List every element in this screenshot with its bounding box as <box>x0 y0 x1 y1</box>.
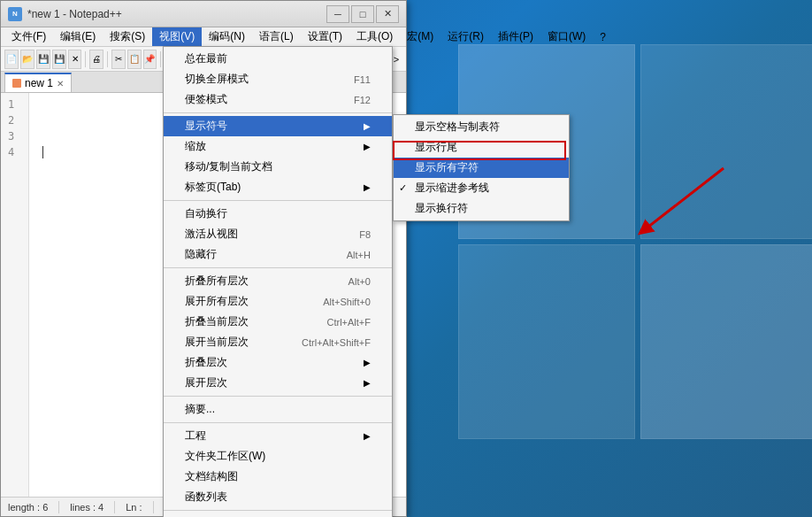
menu-view-tab[interactable]: 标签页(Tab) ▶ <box>164 177 392 197</box>
menu-symbol-show-indent[interactable]: ✓ 显示缩进参考线 <box>394 178 569 198</box>
menu-file[interactable]: 文件(F) <box>4 27 53 46</box>
menu-symbol-show-all[interactable]: 显示所有字符 <box>394 158 569 178</box>
toolbar-open[interactable]: 📂 <box>20 50 34 69</box>
arrow-indicator <box>626 159 732 266</box>
title-buttons: ─ □ ✕ <box>326 5 399 23</box>
menu-view-fullscreen[interactable]: 切换全屏模式 F11 <box>164 69 392 89</box>
menu-encode[interactable]: 编码(N) <box>202 27 252 46</box>
toolbar-paste[interactable]: 📌 <box>143 50 157 69</box>
window-title: *new 1 - Notepad++ <box>27 8 326 20</box>
menu-sep1 <box>164 112 392 113</box>
line-num-1: 1 <box>8 96 25 112</box>
menu-plugins[interactable]: 插件(P) <box>491 27 540 46</box>
status-lines: lines : 4 <box>70 502 103 513</box>
tile-3 <box>458 244 635 439</box>
tab-close-btn[interactable]: ✕ <box>57 79 64 89</box>
tab-icon <box>12 79 21 88</box>
menu-view-symbol[interactable]: 显示符号 ▶ <box>164 116 392 136</box>
notepad-window: N *new 1 - Notepad++ ─ □ ✕ 文件(F) 编辑(E) 搜… <box>0 0 407 517</box>
menu-view-unfold-current[interactable]: 展开当前层次 Ctrl+Alt+Shift+F <box>164 332 392 352</box>
line-num-3: 3 <box>8 128 25 144</box>
checkmark-icon: ✓ <box>399 182 407 194</box>
status-sep1 <box>58 501 59 513</box>
menu-run[interactable]: 运行(R) <box>440 27 491 46</box>
menu-view[interactable]: 视图(V) <box>152 27 202 46</box>
menu-view-doc-map[interactable]: 文档结构图 <box>164 467 392 487</box>
line-num-2: 2 <box>8 112 25 128</box>
menu-view-fold-level[interactable]: 折叠层次 ▶ <box>164 352 392 373</box>
menu-view-folder-workspace[interactable]: 文件夹工作区(W) <box>164 446 392 467</box>
app-icon: N <box>8 7 22 21</box>
menu-sep2 <box>164 200 392 201</box>
tab-label: new 1 <box>25 77 53 89</box>
status-ln: Ln : <box>126 502 142 513</box>
menu-sep5 <box>164 422 392 423</box>
toolbar-saveall[interactable]: 💾 <box>52 50 66 69</box>
menu-bar: 文件(F) 编辑(E) 搜索(S) 视图(V) 编码(N) 语言(L) 设置(T… <box>1 27 406 47</box>
menu-view-summary[interactable]: 摘要... <box>164 399 392 420</box>
menu-help[interactable]: ? <box>593 29 613 45</box>
status-sep2 <box>114 501 115 513</box>
toolbar-close[interactable]: ✕ <box>68 50 82 69</box>
tile-4 <box>640 244 812 439</box>
menu-view-notepad-mode[interactable]: 便签模式 F12 <box>164 89 392 110</box>
menu-symbol-show-eol[interactable]: 显示行尾 <box>394 137 569 158</box>
menu-view-func-list[interactable]: 函数列表 <box>164 487 392 507</box>
menu-sep4 <box>164 396 392 397</box>
menu-sep3 <box>164 267 392 268</box>
close-button[interactable]: ✕ <box>376 5 399 23</box>
minimize-button[interactable]: ─ <box>326 5 349 23</box>
menu-view-hide-lines[interactable]: 隐藏行 Alt+H <box>164 244 392 265</box>
toolbar-sep3 <box>160 51 161 67</box>
title-bar: N *new 1 - Notepad++ ─ □ ✕ <box>1 1 406 27</box>
toolbar-sep2 <box>107 51 108 67</box>
menu-search[interactable]: 搜索(S) <box>103 27 152 46</box>
toolbar-save[interactable]: 💾 <box>36 50 50 69</box>
menu-settings[interactable]: 设置(T) <box>301 27 349 46</box>
menu-view-project[interactable]: 工程 ▶ <box>164 426 392 446</box>
status-length: length : 6 <box>8 502 48 513</box>
toolbar-print[interactable]: 🖨 <box>89 50 103 69</box>
menu-view-unfold-all[interactable]: 展开所有层次 Alt+Shift+0 <box>164 291 392 312</box>
svg-line-1 <box>644 168 724 230</box>
symbol-submenu-dropdown: 显示空格与制表符 显示行尾 显示所有字符 ✓ 显示缩进参考线 显示换行符 <box>393 114 570 221</box>
toolbar-cut[interactable]: ✂ <box>111 50 126 69</box>
menu-language[interactable]: 语言(L) <box>252 27 301 46</box>
menu-view-topmost[interactable]: 总在最前 <box>164 49 392 69</box>
menu-window[interactable]: 窗口(W) <box>540 27 593 46</box>
menu-symbol-show-spaces[interactable]: 显示空格与制表符 <box>394 117 569 137</box>
menu-macro[interactable]: 宏(M) <box>400 27 440 46</box>
menu-sep6 <box>164 510 392 511</box>
menu-view-clone[interactable]: 激活从视图 F8 <box>164 224 392 244</box>
menu-view-wordwrap[interactable]: 自动换行 <box>164 204 392 224</box>
toolbar-copy[interactable]: 📋 <box>127 50 142 69</box>
toolbar-sep1 <box>85 51 86 67</box>
tab-new1[interactable]: new 1 ✕ <box>4 73 72 92</box>
menu-view-fold-all[interactable]: 折叠所有层次 Alt+0 <box>164 271 392 291</box>
menu-view-fold-current[interactable]: 折叠当前层次 Ctrl+Alt+F <box>164 312 392 332</box>
line-num-4: 4 <box>8 144 25 160</box>
maximize-button[interactable]: □ <box>351 5 374 23</box>
line-numbers: 1 2 3 4 <box>1 93 29 498</box>
view-menu-dropdown: 总在最前 切换全屏模式 F11 便签模式 F12 显示符号 ▶ 缩放 ▶ 移动/… <box>163 46 393 517</box>
menu-symbol-show-wrap[interactable]: 显示换行符 <box>394 198 569 219</box>
menu-view-unfold-level[interactable]: 展开层次 ▶ <box>164 373 392 393</box>
menu-view-zoom[interactable]: 缩放 ▶ <box>164 136 392 157</box>
menu-view-vsync[interactable]: 垂直同步滚动 <box>164 513 392 517</box>
menu-view-move-doc[interactable]: 移动/复制当前文档 <box>164 157 392 177</box>
status-sep3 <box>153 501 154 513</box>
menu-edit[interactable]: 编辑(E) <box>53 27 103 46</box>
toolbar-new[interactable]: 📄 <box>4 50 19 69</box>
menu-tools[interactable]: 工具(O) <box>349 27 400 46</box>
